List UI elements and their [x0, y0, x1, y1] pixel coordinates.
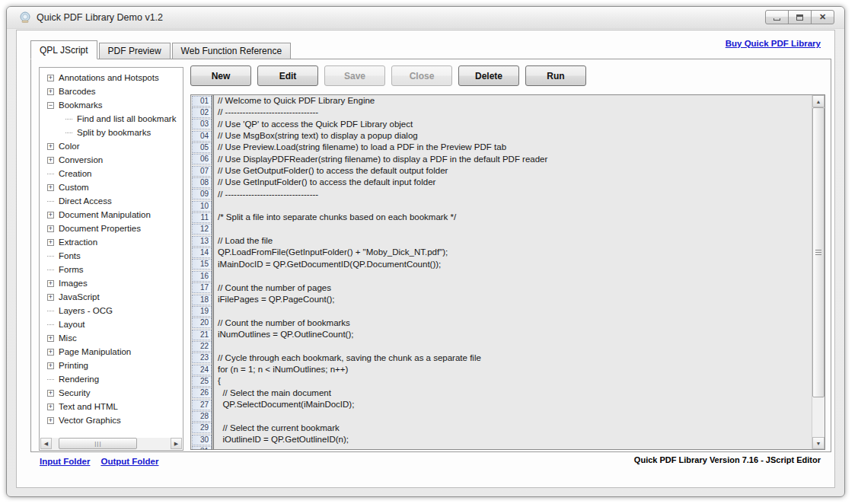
tree-item-bookmarks[interactable]: −Bookmarks [40, 98, 183, 112]
tree-item-document-properties[interactable]: +Document Properties [40, 222, 183, 235]
code-line[interactable]: // Select the current bookmark [212, 423, 812, 434]
tree-item-color[interactable]: +Color [40, 139, 183, 153]
tree-item-document-manipulation[interactable]: +Document Manipulation [40, 208, 183, 222]
code-line[interactable]: // Load the file [212, 235, 812, 247]
tree-item-rendering[interactable]: Rendering [40, 372, 183, 386]
scroll-up-icon[interactable]: ▲ [812, 95, 825, 107]
code-line[interactable] [212, 340, 812, 352]
code-line[interactable] [212, 445, 812, 449]
code-line[interactable] [212, 200, 812, 212]
code-line[interactable] [212, 410, 812, 422]
close-button[interactable]: ✕ [811, 10, 834, 24]
tab-qpl-jscript[interactable]: QPL JScript [30, 40, 97, 59]
editor-vertical-scrollbar[interactable]: ▲ ▼ [812, 95, 825, 449]
code-line[interactable] [212, 224, 812, 235]
tree-item-text-and-html[interactable]: +Text and HTML [40, 400, 183, 413]
code-line[interactable]: // Use MsgBox(string text) to display a … [212, 130, 812, 142]
tree-item-annotations-and-hotspots[interactable]: +Annotations and Hotspots [40, 71, 183, 85]
code-line[interactable] [212, 270, 812, 282]
scroll-right-icon[interactable]: ▶ [171, 438, 182, 449]
expand-plus-icon[interactable]: + [47, 143, 54, 150]
code-line[interactable]: // Use 'QP' to access the Quick PDF Libr… [212, 119, 812, 130]
expand-plus-icon[interactable]: + [47, 280, 54, 287]
tree-item-vector-graphics[interactable]: +Vector Graphics [40, 413, 183, 427]
tree-item-find-and-list-all-bookmark[interactable]: Find and list all bookmark [40, 112, 183, 126]
tree-item-creation[interactable]: Creation [40, 167, 183, 180]
scroll-down-icon[interactable]: ▼ [812, 437, 825, 449]
tree-item-layout[interactable]: Layout [40, 317, 183, 331]
expand-plus-icon[interactable]: + [47, 75, 54, 81]
save-button[interactable]: Save [324, 65, 385, 86]
code-line[interactable]: // Welcome to Quick PDF Library Engine [212, 95, 812, 107]
expand-plus-icon[interactable]: + [47, 349, 54, 356]
delete-button[interactable]: Delete [458, 65, 519, 86]
tree-item-misc[interactable]: +Misc [40, 331, 183, 345]
code-line[interactable]: for (n = 1; n < iNumOutlines; n++) [212, 364, 812, 375]
expand-plus-icon[interactable]: + [47, 390, 54, 397]
tree-item-direct-access[interactable]: Direct Access [40, 194, 183, 208]
tree-item-barcodes[interactable]: +Barcodes [40, 85, 183, 98]
code-line[interactable]: iNumOutlines = QP.OutlineCount(); [212, 329, 812, 340]
expand-plus-icon[interactable]: + [47, 157, 54, 164]
tree-item-fonts[interactable]: Fonts [40, 249, 183, 263]
input-folder-link[interactable]: Input Folder [40, 457, 90, 466]
scroll-left-icon[interactable]: ◀ [40, 438, 52, 449]
code-line[interactable]: /* Split a file into separate chunks bas… [212, 212, 812, 223]
new-button[interactable]: New [190, 65, 251, 86]
buy-quick-pdf-library-link[interactable]: Buy Quick PDF Library [726, 39, 821, 48]
tree-item-printing[interactable]: +Printing [40, 359, 183, 372]
code-line[interactable]: // Use DisplayPDFReader(string filename)… [212, 154, 812, 165]
expand-plus-icon[interactable]: + [47, 294, 54, 301]
expand-plus-icon[interactable]: + [47, 417, 54, 424]
tab-pdf-preview[interactable]: PDF Preview [99, 43, 171, 59]
collapse-minus-icon[interactable]: − [47, 102, 54, 109]
maximize-button[interactable] [788, 10, 812, 24]
tree-item-images[interactable]: +Images [40, 276, 183, 290]
tree-item-security[interactable]: +Security [40, 386, 183, 400]
tree-item-javascript[interactable]: +JavaScript [40, 290, 183, 304]
tree-item-split-by-bookmarks[interactable]: Split by bookmarks [40, 126, 183, 139]
expand-plus-icon[interactable]: + [47, 335, 54, 342]
tree-horizontal-scrollbar[interactable]: ◀ ||| ▶ [40, 438, 182, 449]
tree-item-page-manipulation[interactable]: +Page Manipulation [40, 345, 183, 359]
code-line[interactable]: // -------------------------------- [212, 107, 812, 118]
code-line[interactable]: // Cycle through each bookmark, saving t… [212, 352, 812, 364]
tree-scroll-track[interactable]: ||| [52, 438, 171, 449]
code-editor[interactable]: 01// Welcome to Quick PDF Library Engine… [190, 94, 825, 450]
code-line[interactable]: // Use GetOutputFolder() to access the d… [212, 165, 812, 177]
expand-plus-icon[interactable]: + [47, 184, 54, 191]
code-line[interactable]: iFilePages = QP.PageCount(); [212, 294, 812, 305]
tree-item-layers-ocg[interactable]: Layers - OCG [40, 304, 183, 317]
tree-item-extraction[interactable]: +Extraction [40, 235, 183, 249]
expand-plus-icon[interactable]: + [47, 239, 54, 246]
code-line[interactable]: // -------------------------------- [212, 189, 812, 200]
tree-scroll-thumb[interactable]: ||| [59, 438, 137, 449]
code-line[interactable]: iOutlineID = QP.GetOutlineID(n); [212, 434, 812, 445]
code-line[interactable]: iMainDocID = QP.GetDocumentID(QP.Documen… [212, 259, 812, 270]
tree-item-conversion[interactable]: +Conversion [40, 153, 183, 167]
tab-web-function-reference[interactable]: Web Function Reference [172, 43, 292, 59]
title-bar[interactable]: Quick PDF Library Demo v1.2 ✕ [7, 7, 844, 29]
tree-item-forms[interactable]: Forms [40, 263, 183, 276]
code-line[interactable]: // Select the main document [212, 388, 812, 399]
code-line[interactable] [212, 305, 812, 317]
code-line[interactable]: // Use Preview.Load(string filename) to … [212, 142, 812, 153]
edit-button[interactable]: Edit [257, 65, 318, 86]
editor-scroll-thumb[interactable] [812, 107, 825, 397]
code-line[interactable]: // Count the number of pages [212, 282, 812, 294]
code-line[interactable]: // Use GetInputFolder() to access the de… [212, 177, 812, 188]
code-line[interactable]: // Count the number of bookmarks [212, 317, 812, 329]
expand-plus-icon[interactable]: + [47, 212, 54, 219]
code-line[interactable]: QP.SelectDocument(iMainDocID); [212, 399, 812, 410]
expand-plus-icon[interactable]: + [47, 225, 54, 232]
tree-item-custom[interactable]: +Custom [40, 180, 183, 194]
code-line[interactable]: { [212, 375, 812, 387]
expand-plus-icon[interactable]: + [47, 88, 54, 95]
output-folder-link[interactable]: Output Folder [100, 457, 158, 466]
minimize-button[interactable] [765, 10, 789, 24]
expand-plus-icon[interactable]: + [47, 362, 54, 369]
close-button[interactable]: Close [391, 65, 452, 86]
expand-plus-icon[interactable]: + [47, 404, 54, 410]
run-button[interactable]: Run [525, 65, 586, 86]
code-line[interactable]: QP.LoadFromFile(GetInputFolder() + "Moby… [212, 247, 812, 258]
